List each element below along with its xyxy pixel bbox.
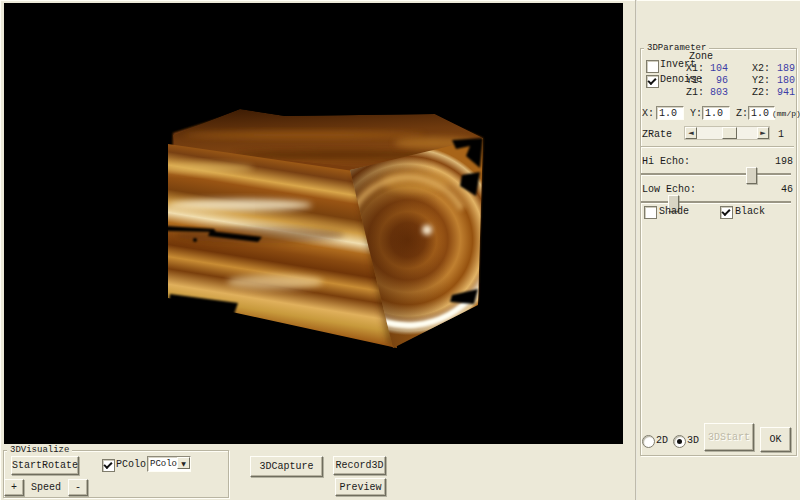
zone-label: Zone [689,51,713,63]
scroll-right-icon: ► [760,129,765,137]
scroll-left-button[interactable]: ◄ [685,127,697,139]
zrate-label: ZRate [642,129,672,141]
ok-button[interactable]: OK [760,427,791,452]
z-scale-input[interactable] [748,106,775,120]
capture-3d-button[interactable]: 3DCapture [250,456,323,477]
black-label: Black [735,206,765,218]
speed-label: Speed [31,482,61,494]
zone-z2-value: 941 [770,87,795,99]
zone-y1-label: Y1: [686,75,704,87]
zone-x2-value: 189 [770,63,795,75]
zone-x2-label: X2: [752,63,770,75]
viewport[interactable] [4,3,623,444]
speed-minus-button[interactable]: - [68,479,88,496]
record-3d-button[interactable]: Record3D [333,456,386,475]
speed-plus-button[interactable]: + [4,479,24,496]
low-echo-value: 46 [755,184,793,196]
x-scale-input[interactable] [656,106,684,120]
x-scale-label: X: [642,108,654,120]
start-3d-button[interactable]: 3DStart [704,423,754,451]
low-echo-slider[interactable] [641,201,791,204]
zone-z1-label: Z1: [686,87,704,99]
invert-checkbox[interactable] [646,60,659,73]
hi-echo-label: Hi Echo: [642,156,690,168]
mode-3d-radio[interactable] [673,435,686,448]
pcolor-checkbox[interactable] [102,459,115,472]
application-window: 3DParameter Invert Denoise Zone X1: 104 … [0,0,800,500]
shade-checkbox[interactable] [644,206,657,219]
zone-x1-value: 104 [703,63,728,75]
zrate-thumb[interactable] [722,127,737,139]
dropdown-arrow-icon: ▼ [181,460,186,467]
shade-label: Shade [659,206,689,218]
zrate-track[interactable] [697,127,757,139]
zone-y2-label: Y2: [752,75,770,87]
hi-echo-slider[interactable] [641,173,791,176]
black-checkbox[interactable] [720,206,733,219]
combo-dropdown-button[interactable]: ▼ [177,457,190,469]
denoise-checkbox[interactable] [646,75,659,88]
pcolor-combobox[interactable]: PColor ▼ [147,456,191,472]
mode-2d-label: 2D [656,435,668,447]
zone-z1-value: 803 [703,87,728,99]
z-scale-label: Z: [736,108,748,120]
panel-divider [635,0,637,500]
preview-button[interactable]: Preview [335,478,386,496]
zone-y1-value: 96 [703,75,728,87]
y-scale-input[interactable] [702,106,730,120]
zrate-value: 1 [778,129,784,141]
unit-label: (mm/p) [772,108,800,120]
hi-echo-thumb[interactable] [746,167,757,184]
start-rotate-button[interactable]: StartRotate [11,456,79,475]
zrate-scrollbar[interactable]: ◄ ► [684,126,770,140]
scroll-left-icon: ◄ [688,129,693,137]
zone-y2-value: 180 [770,75,795,87]
zone-x1-label: X1: [686,63,704,75]
volume-render-3d [4,3,623,444]
y-scale-label: Y: [690,108,702,120]
mode-2d-radio[interactable] [642,435,655,448]
zone-z2-label: Z2: [752,87,770,99]
separator [641,146,794,148]
mode-3d-label: 3D [687,435,699,447]
scroll-right-button[interactable]: ► [757,127,769,139]
hi-echo-value: 198 [755,156,793,168]
